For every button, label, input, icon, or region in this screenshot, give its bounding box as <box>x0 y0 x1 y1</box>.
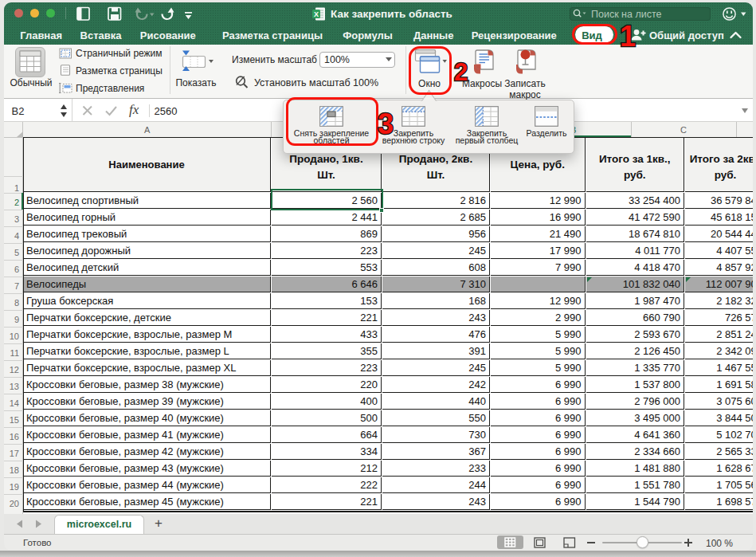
svg-text:X: X <box>314 10 319 18</box>
